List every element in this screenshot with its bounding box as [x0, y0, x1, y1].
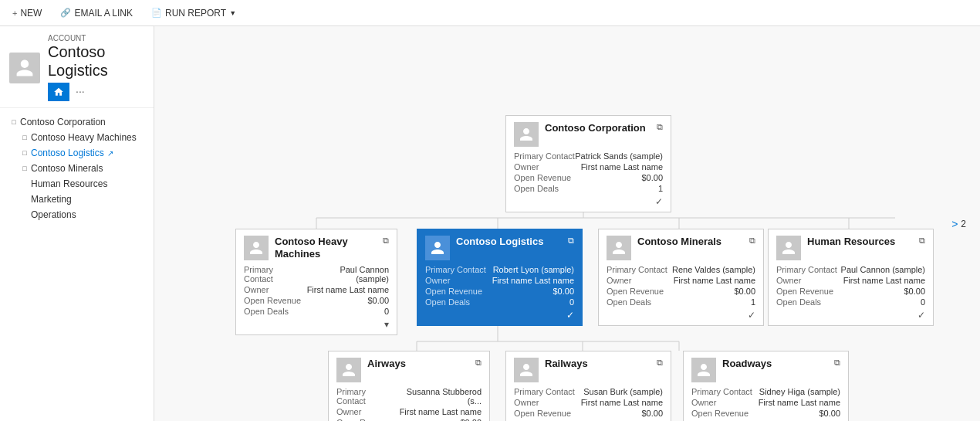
card-title: Contoso Corporation — [545, 122, 651, 134]
card-header: Contoso Minerals ⧉ — [607, 236, 755, 260]
card-header: Airways ⧉ — [336, 358, 482, 382]
new-button[interactable]: + NEW — [9, 6, 45, 20]
card-row-owner: Owner First name Last name — [425, 276, 574, 285]
card-avatar — [691, 358, 716, 382]
external-link-icon: ↗ — [107, 149, 113, 158]
account-more-button[interactable]: ... — [76, 83, 85, 101]
sidebar-label: Marketing — [31, 194, 72, 205]
account-avatar — [9, 53, 40, 83]
card-avatar — [607, 236, 631, 260]
toolbar: + NEW 🔗 EMAIL A LINK 📄 RUN REPORT ▼ — [0, 0, 980, 26]
card-contoso-logistics[interactable]: Contoso Logistics ⧉ Primary Contact Robe… — [417, 229, 583, 326]
card-external-link-icon[interactable]: ⧉ — [919, 236, 925, 246]
card-row-deals: Open Deals 0 — [425, 297, 574, 307]
card-row-owner: Owner First name Last name — [244, 285, 389, 294]
sidebar-item-marketing[interactable]: Marketing — [0, 192, 154, 207]
page-indicator: > 2 — [951, 218, 966, 230]
card-row-revenue: Open Revenue $0.00 — [425, 287, 574, 296]
card-row-owner: Owner First name Last name — [607, 276, 755, 285]
link-icon: 🔗 — [60, 8, 71, 18]
card-external-link-icon[interactable]: ⧉ — [657, 122, 663, 132]
card-avatar — [514, 122, 539, 147]
card-check-icon: ✓ — [748, 310, 755, 321]
expand-icon: □ — [20, 133, 29, 142]
card-footer: ✓ — [607, 310, 755, 321]
card-title: Airways — [367, 358, 469, 370]
page-number: 2 — [961, 219, 966, 229]
email-link-button[interactable]: 🔗 EMAIL A LINK — [57, 6, 136, 20]
card-external-link-icon[interactable]: ⧉ — [749, 236, 755, 246]
account-type-label: ACCOUNT — [48, 34, 144, 42]
card-row-contact: Primary Contact Robert Lyon (sample) — [425, 265, 574, 274]
card-airways[interactable]: Airways ⧉ Primary Contact Susanna Stubbe… — [328, 351, 490, 421]
card-row-owner: Owner First name Last name — [776, 276, 925, 285]
sidebar-item-contoso-minerals[interactable]: □ Contoso Minerals — [0, 161, 154, 176]
email-label: EMAIL A LINK — [74, 8, 133, 19]
card-avatar — [425, 236, 450, 260]
home-tab[interactable] — [48, 83, 69, 101]
card-roadways[interactable]: Roadways ⧉ Primary Contact Sidney Higa (… — [683, 351, 849, 421]
card-row-contact: Primary Contact Rene Valdes (sample) — [607, 265, 755, 274]
card-row-deals: Open Deals 1 — [514, 184, 663, 193]
card-header: Contoso Logistics ⧉ — [425, 236, 574, 260]
card-row-owner: Owner First name Last name — [514, 162, 663, 171]
expand-icon: □ — [9, 117, 19, 127]
card-footer: ✓ — [776, 310, 925, 321]
card-row-revenue: Open Revenue $0.00 — [244, 296, 389, 305]
report-dropdown-icon: ▼ — [229, 9, 236, 17]
card-footer: ✓ — [514, 196, 663, 207]
account-header: ACCOUNT Contoso Logistics ... — [0, 26, 154, 108]
card-row-revenue: Open Revenue $0.00 — [514, 173, 663, 182]
expand-icon: □ — [20, 148, 29, 158]
sidebar: ACCOUNT Contoso Logistics ... □ Contoso … — [0, 26, 154, 421]
card-title: Roadways — [722, 358, 828, 370]
card-header: Contoso Corporation ⧉ — [514, 122, 663, 147]
card-title: Human Resources — [807, 236, 913, 248]
card-row-revenue: Open Revenue $0.00 — [776, 287, 925, 296]
card-row-deals: Open Deals 0 — [244, 307, 389, 316]
sidebar-item-contoso-corp[interactable]: □ Contoso Corporation — [0, 114, 154, 130]
content-area: Contoso Corporation ⧉ Primary Contact Pa… — [154, 26, 980, 421]
card-row-owner: Owner First name Last name — [336, 407, 482, 416]
card-railways[interactable]: Railways ⧉ Primary Contact Susan Burk (s… — [505, 351, 671, 421]
card-chevron-icon[interactable]: ▾ — [384, 319, 389, 330]
account-info: ACCOUNT Contoso Logistics ... — [48, 34, 144, 101]
card-title: Contoso Minerals — [637, 236, 743, 248]
card-row-contact: Primary Contact Sidney Higa (sample) — [691, 387, 840, 396]
card-row-deals: Open Deals 0 — [776, 297, 925, 307]
card-row-revenue: Open Revenue $0.00 — [336, 418, 482, 421]
card-footer: ✓ — [425, 310, 574, 321]
card-check-icon: ✓ — [655, 196, 663, 207]
card-contoso-minerals[interactable]: Contoso Minerals ⧉ Primary Contact Rene … — [598, 229, 764, 326]
card-human-resources[interactable]: Human Resources ⧉ Primary Contact Paul C… — [768, 229, 934, 326]
card-contoso-corporation[interactable]: Contoso Corporation ⧉ Primary Contact Pa… — [505, 115, 671, 212]
card-external-link-icon[interactable]: ⧉ — [834, 358, 840, 368]
card-check-icon: ✓ — [917, 310, 925, 321]
card-external-link-icon[interactable]: ⧉ — [383, 236, 389, 246]
card-row-owner: Owner First name Last name — [514, 398, 663, 407]
sidebar-item-operations[interactable]: Operations — [0, 207, 154, 222]
card-contoso-heavy-machines[interactable]: Contoso Heavy Machines ⧉ Primary Contact… — [235, 229, 397, 335]
card-row-contact: Primary Contact Paul Cannon (sample) — [244, 265, 389, 283]
card-avatar — [776, 236, 801, 260]
next-page-arrow[interactable]: > — [951, 218, 958, 230]
card-avatar — [514, 358, 539, 382]
card-row-deals: Open Deals 1 — [607, 297, 755, 307]
card-avatar — [336, 358, 361, 382]
card-footer: ▾ — [244, 319, 389, 330]
report-label: RUN REPORT — [165, 8, 226, 19]
card-row-revenue: Open Revenue $0.00 — [514, 409, 663, 418]
sidebar-item-contoso-heavy[interactable]: □ Contoso Heavy Machines — [0, 130, 154, 145]
plus-icon: + — [12, 8, 17, 18]
card-external-link-icon[interactable]: ⧉ — [657, 358, 663, 368]
sidebar-item-human-resources[interactable]: Human Resources — [0, 176, 154, 192]
run-report-button[interactable]: 📄 RUN REPORT ▼ — [148, 6, 239, 20]
account-tabs: ... — [48, 83, 144, 101]
card-external-link-icon[interactable]: ⧉ — [475, 358, 482, 368]
sidebar-item-contoso-logistics[interactable]: □ Contoso Logistics ↗ — [0, 145, 154, 161]
card-row-contact: Primary Contact Susan Burk (sample) — [514, 387, 663, 396]
card-header: Railways ⧉ — [514, 358, 663, 382]
report-icon: 📄 — [151, 8, 162, 18]
card-row-owner: Owner First name Last name — [691, 398, 840, 407]
card-external-link-icon[interactable]: ⧉ — [568, 236, 574, 246]
